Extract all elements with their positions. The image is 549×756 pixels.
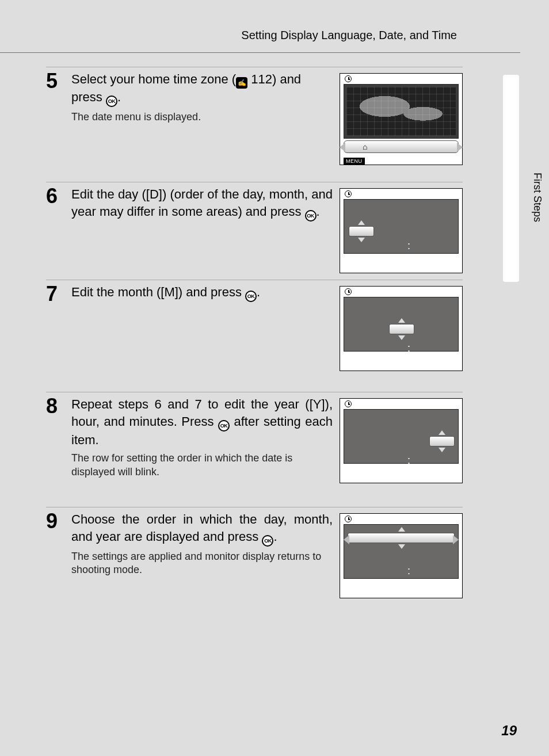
arrow-down-icon: [398, 335, 405, 340]
text: Edit the day ([D]) (order of the day, mo…: [71, 187, 333, 219]
clock-icon: [345, 288, 352, 295]
screenshot-timezone: ⌂ MENU: [340, 73, 463, 165]
chevron-left-icon: [344, 535, 349, 544]
home-icon: ⌂: [363, 142, 367, 151]
step-number: 9: [46, 511, 71, 610]
steps-container: 5 Select your home time zone (✍ 112) and…: [0, 67, 520, 616]
editor-panel: :: [344, 409, 459, 464]
arrow-down-icon: [358, 238, 365, 242]
text: .: [317, 204, 320, 219]
arrow-up-icon: [398, 318, 405, 323]
step-number: 8: [46, 396, 71, 501]
arrow-down-icon: [439, 448, 445, 452]
order-selector: [348, 533, 455, 543]
text: .: [117, 90, 121, 104]
ok-icon: OK: [245, 291, 257, 302]
editor-panel: :: [344, 297, 459, 352]
dots: :: [407, 565, 410, 577]
step-6: 6 Edit the day ([D]) (order of the day, …: [46, 182, 463, 280]
clock-icon: [345, 516, 352, 522]
step-number: 5: [46, 71, 71, 176]
screenshot-order: :: [340, 513, 463, 598]
manual-page: Setting Display Language, Date, and Time…: [0, 0, 549, 756]
arrow-up-icon: [358, 220, 365, 225]
step-body: Repeat steps 6 and 7 to edit the year ([…: [71, 396, 340, 501]
dots: :: [407, 240, 410, 252]
screenshot-month: :: [340, 286, 463, 371]
step-heading: Edit the day ([D]) (order of the day, mo…: [71, 186, 333, 222]
arrow-up-icon: [398, 527, 405, 532]
step-7: 7 Edit the month ([M]) and press OK. :: [46, 280, 463, 392]
clock-icon: [345, 190, 352, 197]
chevron-right-icon: [457, 143, 463, 152]
ok-icon: OK: [262, 535, 273, 547]
arrow-up-icon: [439, 430, 445, 435]
world-map: [346, 87, 456, 136]
section-label: First Steps: [531, 173, 543, 222]
step-5: 5 Select your home time zone (✍ 112) and…: [46, 67, 463, 182]
clock-icon: [345, 400, 352, 407]
text: .: [257, 285, 260, 299]
ok-icon: OK: [218, 420, 230, 432]
dots: :: [407, 455, 410, 467]
ok-icon: OK: [106, 96, 117, 107]
selection-bar: ⌂: [344, 140, 459, 153]
text: Edit the month ([M]) and press: [71, 285, 245, 299]
page-number: 19: [501, 723, 517, 739]
side-tab: [503, 75, 519, 282]
step-subtext: The settings are applied and monitor dis…: [71, 550, 333, 577]
step-body: Edit the day ([D]) (order of the day, mo…: [71, 186, 340, 274]
ok-icon: OK: [305, 210, 317, 222]
clock-icon: [345, 75, 352, 82]
step-heading: Choose the order in which the day, month…: [71, 511, 333, 547]
editor-panel: :: [344, 199, 459, 254]
menu-label: MENU: [344, 158, 365, 165]
screenshot-year: :: [340, 398, 463, 483]
step-9: 9 Choose the order in which the day, mon…: [46, 507, 463, 616]
chevron-left-icon: [340, 143, 345, 152]
text: .: [273, 529, 277, 544]
step-body: Edit the month ([M]) and press OK.: [71, 284, 340, 386]
year-selector: [429, 436, 455, 446]
step-number: 7: [46, 284, 71, 386]
header-rule: [0, 52, 520, 53]
page-header: Setting Display Language, Date, and Time: [0, 29, 520, 52]
step-body: Choose the order in which the day, month…: [71, 511, 340, 610]
step-body: Select your home time zone (✍ 112) and p…: [71, 71, 340, 176]
step-heading: Repeat steps 6 and 7 to edit the year ([…: [71, 396, 333, 448]
text: Select your home time zone (: [71, 72, 236, 86]
editor-panel: :: [344, 524, 459, 579]
step-8: 8 Repeat steps 6 and 7 to edit the year …: [46, 392, 463, 507]
reference-icon: ✍: [236, 77, 247, 89]
chevron-right-icon: [453, 535, 459, 544]
text: Choose the order in which the day, month…: [71, 512, 333, 544]
month-selector: [389, 324, 414, 334]
day-selector: [349, 226, 374, 236]
screenshot-day: :: [340, 188, 463, 273]
dots: :: [407, 342, 410, 354]
step-number: 6: [46, 186, 71, 274]
step-heading: Select your home time zone (✍ 112) and p…: [71, 71, 333, 107]
home-bar: ⌂: [344, 140, 459, 153]
arrow-down-icon: [398, 544, 405, 549]
step-heading: Edit the month ([M]) and press OK.: [71, 284, 333, 302]
step-subtext: The date menu is displayed.: [71, 110, 333, 124]
step-subtext: The row for setting the order in which t…: [71, 452, 333, 479]
world-map-panel: [344, 84, 459, 139]
